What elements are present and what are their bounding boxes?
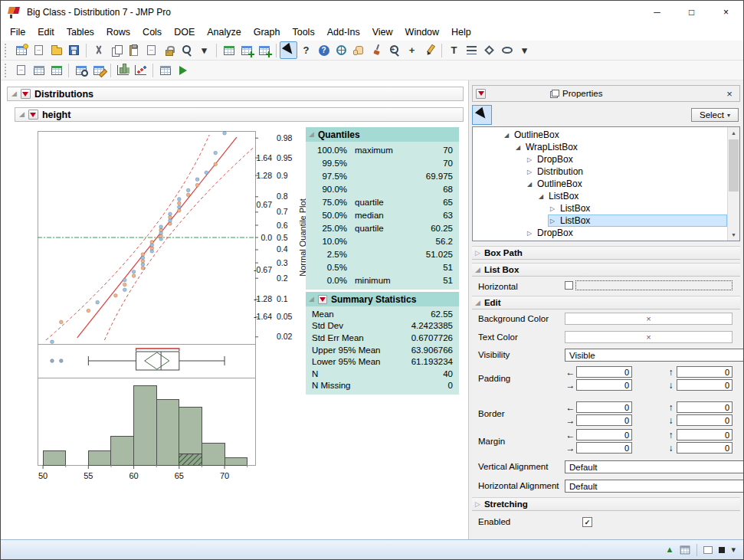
annotate-crosshair-button[interactable]: + xyxy=(403,41,421,59)
data-grid-button[interactable] xyxy=(30,61,48,79)
cut-button[interactable] xyxy=(90,41,107,59)
tree-node-outlinebox[interactable]: ◢OutlineBox xyxy=(473,129,727,141)
menu-item-tables[interactable]: Tables xyxy=(61,25,100,39)
list-box-disclosure-icon[interactable]: ◢ xyxy=(475,267,480,273)
run-button[interactable] xyxy=(174,61,192,79)
foreground-window-icon[interactable] xyxy=(703,546,713,554)
tree-node-listbox[interactable]: ◢ListBox xyxy=(473,190,727,202)
stretching-disclosure-icon[interactable]: ▷ xyxy=(475,501,480,508)
expand-icon[interactable]: ▷ xyxy=(527,156,534,163)
distributions-disclosure-icon[interactable]: ◢ xyxy=(11,90,17,97)
search-menu-caret-button[interactable]: ▾ xyxy=(195,41,213,59)
distribution-platform-button[interactable] xyxy=(114,61,132,79)
section-edit[interactable]: ◢ Edit xyxy=(472,296,740,309)
tree-node-dropbox[interactable]: ▷DropBox xyxy=(473,227,727,239)
run-script-button[interactable] xyxy=(143,41,160,59)
menu-item-addins[interactable]: Add-Ins xyxy=(321,25,366,39)
collapse-icon[interactable]: ◢ xyxy=(539,193,546,200)
background-color-field[interactable]: × xyxy=(565,313,733,325)
select-dropdown-button[interactable]: Select ▾ xyxy=(691,108,739,122)
box-path-disclosure-icon[interactable]: ▷ xyxy=(475,250,480,257)
padding-up-field[interactable]: 0 xyxy=(677,366,733,378)
properties-red-triangle-button[interactable] xyxy=(476,89,486,99)
paste-button[interactable] xyxy=(125,41,143,59)
text-color-field[interactable]: × xyxy=(565,331,733,343)
crosshair-tool-button[interactable] xyxy=(333,41,350,59)
context-help-button[interactable]: ? xyxy=(315,41,333,59)
summary-disclosure-icon[interactable]: ◢ xyxy=(309,296,314,303)
expand-icon[interactable]: ▷ xyxy=(550,205,557,212)
margin-down-field[interactable]: 0 xyxy=(677,442,733,454)
border-down-field[interactable]: 0 xyxy=(677,414,733,426)
edit-table-button[interactable] xyxy=(90,61,107,79)
section-box-path[interactable]: ▷ Box Path xyxy=(472,246,740,260)
background-window-icon[interactable] xyxy=(719,547,725,553)
border-right-field[interactable]: 0 xyxy=(576,414,632,426)
pick-mode-button[interactable] xyxy=(472,105,492,125)
query-builder-button[interactable] xyxy=(72,61,90,79)
quantiles-disclosure-icon[interactable]: ◢ xyxy=(309,131,314,138)
minimize-button[interactable]: ─ xyxy=(640,1,674,24)
height-disclosure-icon[interactable]: ◢ xyxy=(19,111,25,118)
column-info-button[interactable] xyxy=(220,41,238,59)
menu-item-edit[interactable]: Edit xyxy=(31,25,61,39)
distribution-graphs[interactable]: 0.980.950.90.80.70.60.50.40.30.20.10.050… xyxy=(31,128,316,491)
arrow-tool-button[interactable] xyxy=(280,41,297,59)
padding-left-field[interactable]: 0 xyxy=(576,366,632,378)
tree-node-wraplistbox[interactable]: ◢WrapListBox xyxy=(473,141,727,153)
menu-item-doe[interactable]: DOE xyxy=(168,25,201,39)
border-left-field[interactable]: 0 xyxy=(576,401,632,413)
menu-item-tools[interactable]: Tools xyxy=(286,25,320,39)
collapse-icon[interactable]: ◢ xyxy=(504,132,511,139)
data-view-button[interactable] xyxy=(156,61,174,79)
section-stretching[interactable]: ▷ Stretching xyxy=(472,497,740,511)
collapse-icon[interactable]: ◢ xyxy=(527,181,534,188)
journal-button[interactable] xyxy=(12,61,30,79)
tree-node-distribution[interactable]: ▷Distribution xyxy=(473,165,727,178)
padding-right-field[interactable]: 0 xyxy=(576,379,632,391)
distribution-graphs-svg[interactable]: 0.980.950.90.80.70.60.50.40.30.20.10.050… xyxy=(31,128,316,488)
section-list-box[interactable]: ◢ List Box xyxy=(472,263,740,277)
tree-node-listbox[interactable]: ▷ListBox xyxy=(473,215,727,227)
open-button[interactable] xyxy=(48,41,65,59)
scroll-up-arrow-icon[interactable]: ▲ xyxy=(728,127,739,139)
toolbar-grip[interactable] xyxy=(5,44,8,57)
close-button[interactable]: × xyxy=(709,1,743,24)
grabber-tool-button[interactable] xyxy=(350,41,368,59)
padding-down-field[interactable]: 0 xyxy=(677,379,733,391)
toolbar-grip[interactable] xyxy=(5,64,8,77)
tree-node-dropbox[interactable]: ▷DropBox xyxy=(473,153,727,165)
horizontal-checkbox[interactable] xyxy=(565,281,573,290)
add-rows-button[interactable] xyxy=(238,41,255,59)
menu-item-help[interactable]: Help xyxy=(445,25,477,39)
pencil-tool-button[interactable] xyxy=(421,41,438,59)
menu-item-window[interactable]: Window xyxy=(399,25,445,39)
expand-icon[interactable]: ▷ xyxy=(527,230,534,237)
scroll-up-icon[interactable]: ▲ xyxy=(666,545,674,554)
height-red-triangle-button[interactable] xyxy=(28,110,38,120)
scroll-down-arrow-icon[interactable]: ▼ xyxy=(728,229,739,241)
magnifier-tool-button[interactable]: + xyxy=(385,41,403,59)
tree-node-listbox[interactable]: ▷ListBox xyxy=(473,202,727,215)
margin-up-field[interactable]: 0 xyxy=(677,429,733,440)
margin-left-field[interactable]: 0 xyxy=(576,429,632,440)
line-annotate-button[interactable] xyxy=(463,41,480,59)
collapse-icon[interactable]: ◢ xyxy=(516,144,523,151)
expand-icon[interactable]: ▷ xyxy=(527,169,534,175)
save-button[interactable] xyxy=(65,41,83,59)
border-up-field[interactable]: 0 xyxy=(677,401,733,413)
scrollbar-thumb[interactable] xyxy=(729,139,739,192)
new-journal-button[interactable] xyxy=(30,41,48,59)
menu-item-file[interactable]: File xyxy=(4,25,31,39)
menu-item-graph[interactable]: Graph xyxy=(247,25,287,39)
text-annotate-button[interactable]: T xyxy=(445,41,463,59)
new-column-button[interactable] xyxy=(255,41,273,59)
enabled-checkbox[interactable]: ✓ xyxy=(582,517,592,527)
menu-item-view[interactable]: View xyxy=(366,25,399,39)
maximize-button[interactable]: □ xyxy=(674,1,709,24)
horizontal-alignment-select[interactable]: Default ▾ xyxy=(565,480,744,493)
summary-red-triangle-button[interactable] xyxy=(318,295,327,304)
menu-item-rows[interactable]: Rows xyxy=(100,25,136,39)
tree-node-outlinebox[interactable]: ◢OutlineBox xyxy=(473,178,727,190)
polygon-annotate-button[interactable] xyxy=(480,41,498,59)
